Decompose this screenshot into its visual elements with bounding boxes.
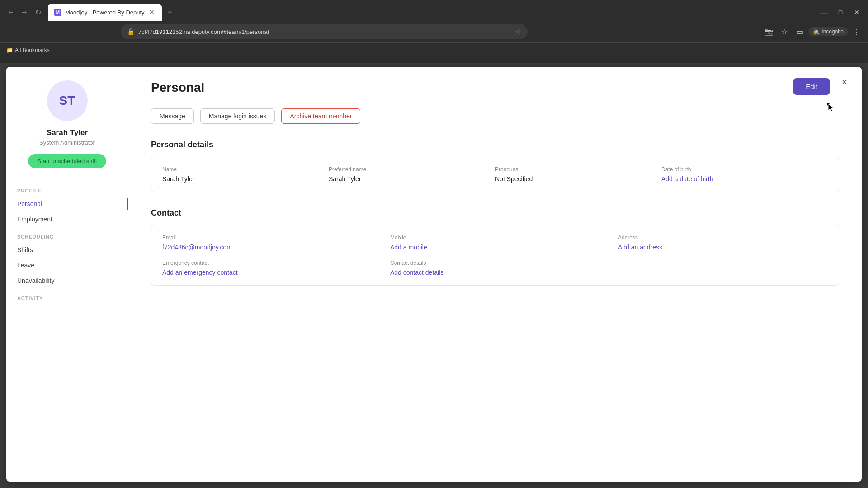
manage-login-button[interactable]: Manage login issues — [200, 108, 275, 124]
sidebar-item-unavailability[interactable]: Unavailability — [6, 273, 128, 288]
minimize-button[interactable]: — — [817, 5, 831, 19]
sidebar-item-shifts-label: Shifts — [17, 246, 33, 253]
dob-label: Date of birth — [661, 166, 819, 173]
contact-details-value[interactable]: Add contact details — [390, 269, 600, 276]
incognito-label: Incognito — [821, 28, 844, 35]
contact-row-1: Email f72d436c@moodjoy.com Mobile Add a … — [162, 235, 828, 251]
sidebar-item-employment-label: Employment — [17, 216, 52, 223]
address-bar[interactable]: 🔒 7cf47d19112152.na.deputy.com/#team/1/p… — [121, 24, 528, 39]
sidebar-item-personal[interactable]: Personal — [6, 196, 128, 211]
email-value[interactable]: f72d436c@moodjoy.com — [162, 244, 372, 251]
tab-close-button[interactable]: ✕ — [148, 8, 156, 17]
sidebar-item-unavailability-label: Unavailability — [17, 277, 54, 284]
app-container: ST Sarah Tyler System Administrator Star… — [6, 67, 862, 482]
sidebar-scroll: PROFILE Personal Employment SCHEDULING S… — [6, 181, 128, 482]
avatar: ST — [47, 80, 88, 121]
sidebar: ST Sarah Tyler System Administrator Star… — [6, 67, 128, 482]
user-role: System Administrator — [39, 139, 95, 146]
lock-icon: 🔒 — [127, 28, 135, 35]
tab-favicon: M — [54, 9, 61, 16]
mobile-value[interactable]: Add a mobile — [390, 244, 600, 251]
emergency-contact-value[interactable]: Add an emergency contact — [162, 269, 372, 276]
personal-details-title: Personal details — [151, 140, 839, 150]
start-shift-button[interactable]: Start unscheduled shift — [28, 154, 106, 168]
address-label: Address — [618, 235, 828, 241]
window-close-button[interactable]: ✕ — [850, 5, 863, 19]
maximize-button[interactable]: □ — [834, 5, 847, 19]
sidebar-item-leave-label: Leave — [17, 262, 34, 269]
mobile-label: Mobile — [390, 235, 600, 241]
dob-col: Date of birth Add a date of birth — [661, 166, 828, 183]
incognito-badge: 🕵 Incognito — [808, 27, 848, 36]
email-label: Email — [162, 235, 372, 241]
bookmarks-bar: 📁 All Bookmarks — [6, 47, 50, 53]
activity-section-label: ACTIVITY — [6, 288, 128, 304]
contact-section: Contact Email f72d436c@moodjoy.com Mobil… — [151, 208, 839, 286]
split-screen-icon[interactable]: ▭ — [793, 25, 807, 38]
star-icon[interactable]: ☆ — [778, 25, 791, 38]
sidebar-item-shifts[interactable]: Shifts — [6, 242, 128, 258]
bookmarks-label: All Bookmarks — [15, 47, 50, 53]
dob-value[interactable]: Add a date of birth — [661, 175, 819, 183]
pronouns-col: Pronouns Not Specified — [495, 166, 661, 183]
contact-row-2: Emergency contact Add an emergency conta… — [162, 260, 828, 276]
folder-icon: 📁 — [6, 47, 13, 53]
profile-section-label: PROFILE — [6, 181, 128, 196]
action-buttons: Message Manage login issues Archive team… — [151, 108, 839, 124]
contact-details-col: Contact details Add contact details — [390, 260, 600, 276]
url-display: 7cf47d19112152.na.deputy.com/#team/1/per… — [138, 28, 512, 35]
contact-details-label: Contact details — [390, 260, 600, 266]
emergency-contact-label: Emergency contact — [162, 260, 372, 266]
empty-col — [618, 260, 828, 276]
hide-camera-icon[interactable]: 📷 — [762, 25, 776, 38]
personal-details-card: Name Sarah Tyler Preferred name Sarah Ty… — [151, 157, 839, 192]
bookmark-icon: ☆ — [515, 28, 521, 35]
preferred-name-col: Preferred name Sarah Tyler — [329, 166, 495, 183]
emergency-contact-col: Emergency contact Add an emergency conta… — [162, 260, 372, 276]
page-title: Personal — [151, 80, 839, 95]
name-value: Sarah Tyler — [162, 175, 320, 183]
user-name: Sarah Tyler — [47, 128, 88, 137]
message-button[interactable]: Message — [151, 108, 194, 124]
incognito-icon: 🕵 — [813, 28, 820, 35]
pronouns-value: Not Specified — [495, 175, 652, 183]
address-value[interactable]: Add an address — [618, 244, 828, 251]
close-button[interactable]: × — [836, 74, 853, 90]
avatar-initials: ST — [59, 94, 75, 108]
mobile-col: Mobile Add a mobile — [390, 235, 600, 251]
email-col: Email f72d436c@moodjoy.com — [162, 235, 372, 251]
preferred-name-label: Preferred name — [329, 166, 486, 173]
main-panel: × Personal Edit Message Manage login iss… — [128, 67, 862, 482]
sidebar-item-employment[interactable]: Employment — [6, 211, 128, 227]
name-label: Name — [162, 166, 320, 173]
edit-button[interactable]: Edit — [793, 78, 830, 95]
sidebar-item-leave[interactable]: Leave — [6, 258, 128, 273]
address-col: Address Add an address — [618, 235, 828, 251]
reload-button[interactable]: ↻ — [32, 6, 44, 19]
forward-button[interactable]: → — [18, 6, 31, 19]
back-button[interactable]: ← — [5, 6, 17, 19]
new-tab-button[interactable]: + — [164, 6, 176, 19]
tab-title: Moodjoy - Powered By Deputy — [65, 9, 145, 16]
personal-details-row: Name Sarah Tyler Preferred name Sarah Ty… — [162, 166, 828, 183]
more-options-button[interactable]: ⋮ — [850, 25, 863, 38]
sidebar-item-personal-label: Personal — [17, 200, 42, 207]
contact-grid: Email f72d436c@moodjoy.com Mobile Add a … — [151, 225, 839, 286]
preferred-name-value: Sarah Tyler — [329, 175, 486, 183]
archive-button[interactable]: Archive team member — [281, 108, 360, 124]
contact-section-title: Contact — [151, 208, 839, 218]
browser-tab[interactable]: M Moodjoy - Powered By Deputy ✕ — [48, 4, 162, 21]
name-col: Name Sarah Tyler — [162, 166, 329, 183]
pronouns-label: Pronouns — [495, 166, 652, 173]
scheduling-section-label: SCHEDULING — [6, 227, 128, 242]
